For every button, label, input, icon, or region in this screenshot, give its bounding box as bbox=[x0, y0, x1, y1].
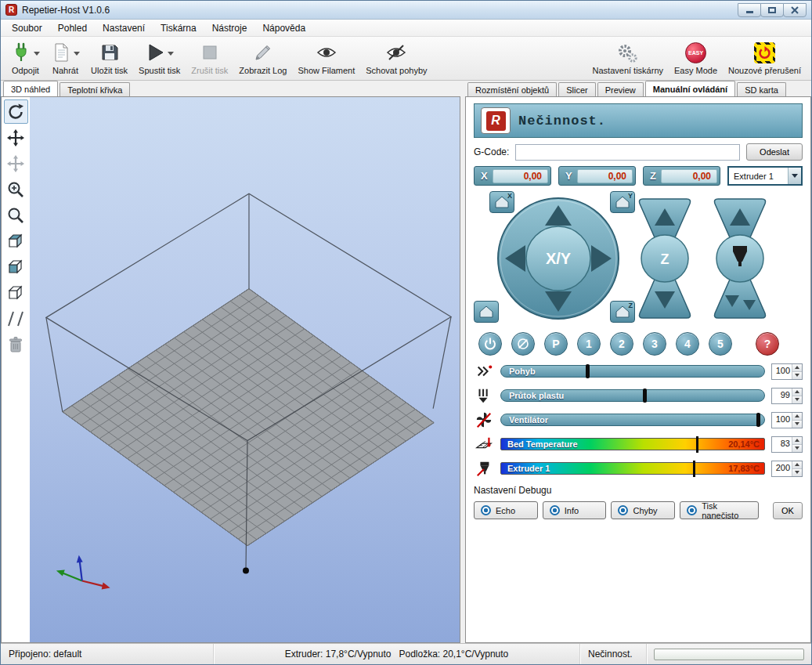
printer-settings-button[interactable]: Nastavení tiskárny bbox=[587, 38, 669, 78]
extruder-temp-spinner[interactable]: 200 bbox=[771, 461, 803, 477]
tab-preview[interactable]: Preview bbox=[597, 82, 644, 96]
hide-travel-button[interactable]: Schovat pohyby bbox=[360, 38, 432, 78]
chevron-down-icon[interactable] bbox=[788, 168, 801, 184]
move-object-button[interactable] bbox=[4, 125, 28, 150]
speed-slider[interactable]: Pohyb bbox=[500, 365, 765, 378]
tab-rozmisteni-objektu[interactable]: Rozmístění objektů bbox=[467, 82, 557, 96]
spin-down[interactable] bbox=[792, 421, 802, 428]
load-button[interactable]: Nahrát bbox=[45, 38, 85, 78]
tab-sd-karta[interactable]: SD karta bbox=[737, 82, 786, 96]
slider-thumb[interactable] bbox=[756, 413, 760, 427]
flow-icon bbox=[474, 387, 494, 404]
right-panel: Rozmístění objektů Slicer Preview Manuál… bbox=[465, 81, 811, 643]
extruder-select[interactable]: Extruder 1 bbox=[727, 166, 803, 186]
parallel-projection-button[interactable] bbox=[4, 306, 28, 331]
spin-down[interactable] bbox=[792, 445, 802, 452]
chevron-down-icon[interactable] bbox=[168, 52, 174, 56]
tab-3d-nahled[interactable]: 3D náhled bbox=[3, 81, 58, 96]
park-button[interactable]: P bbox=[544, 332, 568, 356]
show-filament-button[interactable]: Show Filament bbox=[292, 38, 360, 78]
power-button[interactable] bbox=[478, 332, 502, 356]
y-position-display: Y0,00 bbox=[558, 166, 636, 186]
move-viewpoint-button[interactable] bbox=[4, 151, 28, 175]
3d-viewport[interactable] bbox=[30, 97, 460, 642]
tab-manualni-ovladani[interactable]: Manuální ovládání bbox=[645, 81, 735, 96]
menu-tiskarna[interactable]: Tiskárna bbox=[153, 20, 204, 36]
xy-pad[interactable]: X/Y bbox=[496, 196, 621, 321]
minimize-button[interactable] bbox=[738, 3, 761, 17]
extruder-pad[interactable] bbox=[712, 196, 768, 321]
disconnect-button[interactable]: Odpojit bbox=[5, 38, 45, 78]
play-icon bbox=[145, 42, 165, 63]
bed-temp-row: Bed Temperature 20,14°C 83 bbox=[474, 435, 803, 454]
flow-spinner[interactable]: 99 bbox=[771, 388, 803, 404]
temp-marker[interactable] bbox=[693, 461, 695, 477]
fan-toggle-button[interactable] bbox=[511, 332, 535, 356]
delete-object-button[interactable] bbox=[4, 332, 28, 356]
easy-mode-button[interactable]: EASY Easy Mode bbox=[669, 38, 723, 78]
speed-spinner[interactable]: 100 bbox=[771, 363, 803, 380]
spin-up[interactable] bbox=[792, 389, 802, 396]
quick-button-1[interactable]: 1 bbox=[577, 332, 601, 356]
spin-down[interactable] bbox=[792, 396, 802, 403]
emergency-stop-button[interactable]: Nouzové přerušení bbox=[723, 38, 807, 78]
rotate-icon bbox=[6, 103, 25, 121]
flow-slider[interactable]: Průtok plastu bbox=[500, 389, 765, 402]
spin-down[interactable] bbox=[792, 469, 802, 476]
send-button[interactable]: Odeslat bbox=[746, 143, 803, 161]
temp-marker[interactable] bbox=[696, 436, 698, 453]
quick-button-2[interactable]: 2 bbox=[610, 332, 633, 356]
extruder-temp-current: 17,83°C bbox=[728, 464, 760, 474]
spin-up[interactable] bbox=[792, 437, 802, 445]
spin-up[interactable] bbox=[792, 461, 802, 469]
tab-teplotni-krivka[interactable]: Teplotní křivka bbox=[60, 82, 130, 96]
menu-nastroje[interactable]: Nástroje bbox=[204, 20, 255, 36]
debug-echo-button[interactable]: Echo bbox=[474, 501, 538, 519]
gcode-label: G-Code: bbox=[474, 146, 509, 157]
menu-napoveda[interactable]: Nápověda bbox=[254, 20, 313, 36]
bed-temp-spinner[interactable]: 83 bbox=[771, 436, 803, 453]
menu-soubor[interactable]: Soubor bbox=[4, 20, 50, 36]
quick-button-5[interactable]: 5 bbox=[709, 332, 732, 356]
menu-nastaveni[interactable]: Nastavení bbox=[95, 20, 153, 36]
isometric-view-button[interactable] bbox=[4, 229, 28, 253]
z-pad[interactable]: Z bbox=[637, 196, 693, 321]
pencil-icon bbox=[253, 42, 273, 63]
top-view-button[interactable] bbox=[4, 280, 28, 305]
quick-button-4[interactable]: 4 bbox=[676, 332, 699, 356]
spin-up[interactable] bbox=[792, 413, 802, 421]
movement-controls: X Y Z bbox=[474, 191, 803, 326]
show-log-button[interactable]: Zobrazit Log bbox=[233, 38, 292, 78]
fan-spinner[interactable]: 100 bbox=[771, 412, 803, 428]
start-print-button[interactable]: Spustit tisk bbox=[133, 38, 186, 78]
zoom-fit-button[interactable] bbox=[4, 203, 28, 227]
maximize-button[interactable] bbox=[760, 3, 784, 17]
debug-dryrun-button[interactable]: Tisk nanečisto bbox=[680, 501, 759, 519]
save-print-button[interactable]: Uložit tisk bbox=[85, 38, 133, 78]
debug-info-button[interactable]: Info bbox=[543, 501, 607, 519]
extruder-temp-bar[interactable]: Extruder 1 17,83°C bbox=[500, 462, 765, 475]
spin-down[interactable] bbox=[792, 372, 802, 379]
bed-temp-bar[interactable]: Bed Temperature 20,14°C bbox=[500, 438, 765, 450]
maximize-icon bbox=[768, 7, 776, 13]
spin-up[interactable] bbox=[792, 364, 802, 372]
rotate-view-button[interactable] bbox=[4, 99, 28, 124]
debug-errors-button[interactable]: Chyby bbox=[611, 501, 675, 519]
gcode-input[interactable] bbox=[515, 144, 740, 161]
quick-button-3[interactable]: 3 bbox=[643, 332, 666, 356]
titlebar[interactable]: R Repetier-Host V1.0.6 bbox=[1, 1, 811, 20]
slider-thumb[interactable] bbox=[643, 389, 647, 403]
fan-icon bbox=[474, 411, 494, 428]
axes-indicator bbox=[56, 555, 110, 590]
front-view-button[interactable] bbox=[4, 255, 28, 279]
close-button[interactable] bbox=[783, 3, 807, 17]
debug-ok-button[interactable]: OK bbox=[773, 502, 803, 519]
menu-pohled[interactable]: Pohled bbox=[50, 20, 95, 36]
chevron-down-icon[interactable] bbox=[34, 52, 40, 56]
fan-slider[interactable]: Ventilátor bbox=[500, 414, 765, 426]
zoom-in-button[interactable] bbox=[4, 177, 28, 201]
tab-slicer[interactable]: Slicer bbox=[558, 82, 596, 96]
chevron-down-icon[interactable] bbox=[74, 52, 80, 56]
help-button[interactable]: ? bbox=[756, 332, 779, 356]
slider-thumb[interactable] bbox=[586, 364, 590, 378]
